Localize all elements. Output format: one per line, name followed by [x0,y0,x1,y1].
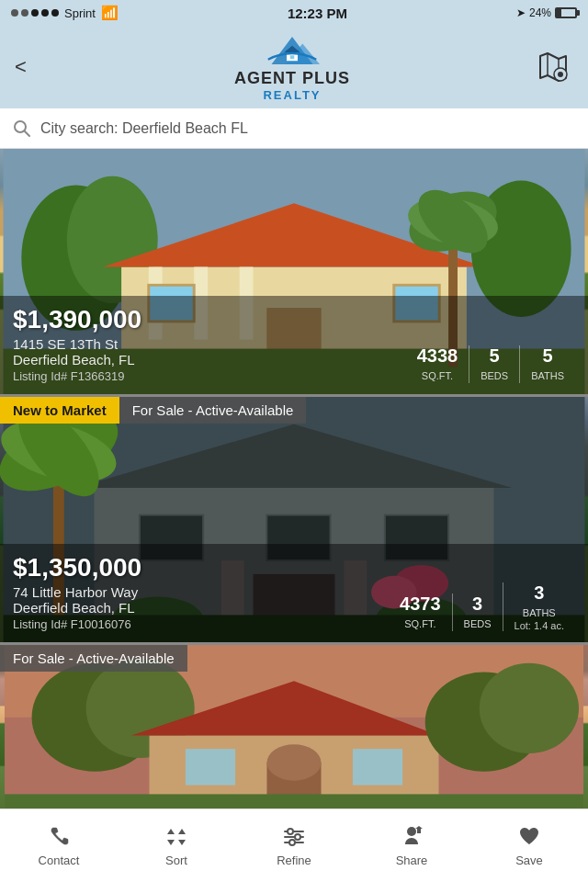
listing-card-3[interactable]: For Sale - Active-Available [0,645,588,808]
beds-value-2: 3 [464,594,492,615]
lot-value-2: Lot: 1.4 ac. [514,620,564,631]
baths-label-2: BATHS [523,607,556,618]
battery-percent: 24% [529,6,551,19]
beds-label-1: BEDS [481,370,508,381]
badge-status-2: For Sale - Active-Available [119,397,307,424]
tab-share-label: Share [396,854,428,867]
stat-baths-2: 3 BATHS Lot: 1.4 ac. [503,582,575,631]
search-icon [13,119,31,138]
stat-beds-1: 5 BEDS [469,345,519,383]
svg-rect-52 [186,749,235,785]
listing-card-1[interactable]: $1,390,000 1415 SE 13Th St Deerfield Bea… [0,149,588,397]
stat-sqft-2: 4373 SQ.FT. [389,594,452,631]
badge-status-3: For Sale - Active-Available [0,645,187,672]
listings-container: $1,390,000 1415 SE 13Th St Deerfield Bea… [0,149,588,808]
location-icon: ➤ [516,6,526,19]
logo-sub-text: REALTY [263,88,321,102]
svg-point-67 [295,834,300,840]
tab-save[interactable]: Save [470,824,588,867]
svg-marker-61 [178,829,186,834]
listing-stats-1: 4338 SQ.FT. 5 BEDS 5 BATHS [406,345,575,383]
stat-sqft-1: 4338 SQ.FT. [406,345,469,383]
signal-dot-2 [21,9,28,17]
logo-svg [265,32,320,69]
badge-new-2: New to Market [0,397,119,424]
sliders-icon [281,824,307,850]
svg-point-55 [266,744,321,780]
listing-price-2: $1,350,000 [13,553,575,582]
signal-dot-4 [41,9,49,17]
tab-save-label: Save [515,854,543,867]
battery-fill [557,9,561,17]
search-bar[interactable]: City search: Deerfield Beach FL [0,108,588,149]
sqft-label-1: SQ.FT. [422,370,453,381]
badge-container-3: For Sale - Active-Available [0,645,187,672]
tab-refine-label: Refine [277,854,311,867]
svg-marker-62 [178,840,186,845]
svg-rect-53 [353,749,402,785]
map-button[interactable] [533,47,573,87]
share-icon [399,824,424,850]
listing-price-1: $1,390,000 [13,305,575,334]
status-left: Sprint 📶 [11,5,119,21]
signal-dot-1 [11,9,18,17]
tab-bar: Contact Sort Refine Sha [0,808,588,882]
stat-baths-1: 5 BATHS [519,345,575,383]
badge-container-2: New to Market For Sale - Active-Availabl… [0,397,306,424]
svg-rect-56 [5,794,583,808]
svg-marker-60 [167,840,175,845]
carrier-label: Sprint [64,6,96,20]
svg-rect-4 [290,55,295,59]
logo-main-text: AGENT PLUS [234,69,350,88]
svg-line-10 [25,131,29,136]
signal-dots [11,9,59,17]
signal-dot-3 [31,9,39,17]
baths-label-1: BATHS [531,370,564,381]
svg-point-58 [480,663,579,753]
map-icon [533,47,573,87]
sqft-value-2: 4373 [400,594,441,615]
sqft-value-1: 4338 [417,345,458,367]
beds-value-1: 5 [481,345,508,367]
svg-point-68 [289,840,295,845]
stat-beds-2: 3 BEDS [452,594,503,631]
beds-label-2: BEDS [464,618,492,629]
svg-point-8 [558,72,563,77]
tab-sort[interactable]: Sort [118,824,235,867]
search-input[interactable]: City search: Deerfield Beach FL [40,120,575,137]
svg-point-66 [288,829,293,834]
tab-sort-label: Sort [165,854,187,867]
app-logo: AGENT PLUS REALTY [234,32,350,102]
svg-marker-70 [415,826,423,833]
heart-icon [516,824,542,850]
status-bar: Sprint 📶 12:23 PM ➤ 24% [0,0,588,26]
tab-share[interactable]: Share [353,824,470,867]
tab-contact-label: Contact [39,854,80,867]
tab-contact[interactable]: Contact [0,824,118,867]
sqft-label-2: SQ.FT. [404,618,435,629]
status-time: 12:23 PM [288,6,347,21]
wifi-icon: 📶 [101,5,119,21]
phone-icon [46,824,72,850]
battery-icon [555,7,577,18]
app-header: < AGENT PLUS REALTY [0,26,588,108]
tab-refine[interactable]: Refine [235,824,353,867]
listing-stats-2: 4373 SQ.FT. 3 BEDS 3 BATHS Lot: 1.4 ac. [389,582,575,631]
baths-value-2: 3 [514,582,564,604]
baths-value-1: 5 [531,345,564,367]
signal-dot-5 [51,9,59,17]
sort-icon [164,824,189,850]
back-button[interactable]: < [15,55,51,79]
svg-point-9 [15,121,26,132]
svg-marker-59 [167,829,175,834]
status-right: ➤ 24% [516,6,577,19]
listing-card-2[interactable]: New to Market For Sale - Active-Availabl… [0,397,588,645]
svg-point-69 [407,827,416,836]
